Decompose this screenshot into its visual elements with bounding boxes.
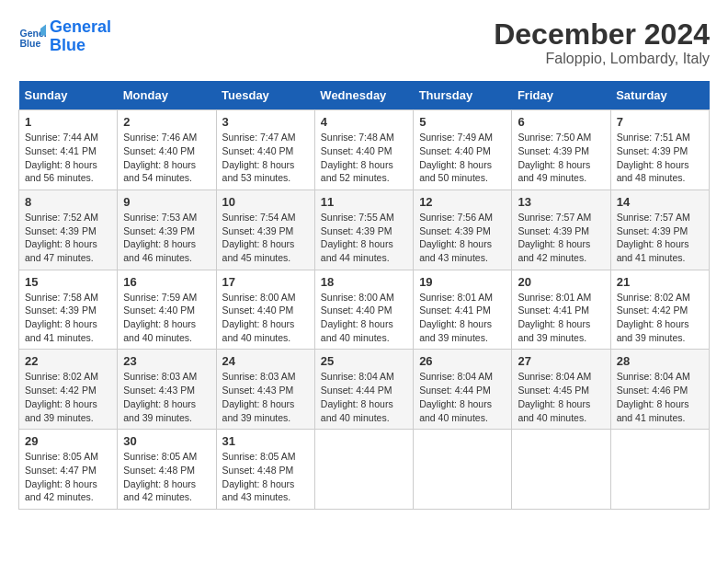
day-number: 6 xyxy=(518,115,604,129)
day-number: 12 xyxy=(419,195,506,209)
day-info: Sunrise: 7:54 AM Sunset: 4:39 PM Dayligh… xyxy=(222,211,309,265)
day-number: 14 xyxy=(617,195,703,209)
calendar-cell: 5 Sunrise: 7:49 AM Sunset: 4:40 PM Dayli… xyxy=(414,110,512,190)
calendar-week-row: 29 Sunrise: 8:05 AM Sunset: 4:47 PM Dayl… xyxy=(19,430,710,510)
day-info: Sunrise: 8:02 AM Sunset: 4:42 PM Dayligh… xyxy=(25,370,111,424)
day-number: 28 xyxy=(617,354,703,368)
day-number: 31 xyxy=(222,434,309,448)
weekday-header-sunday: Sunday xyxy=(19,81,118,110)
day-number: 19 xyxy=(419,275,506,289)
calendar-cell: 20 Sunrise: 8:01 AM Sunset: 4:41 PM Dayl… xyxy=(512,270,610,350)
day-info: Sunrise: 7:49 AM Sunset: 4:40 PM Dayligh… xyxy=(419,131,506,185)
calendar-cell: 8 Sunrise: 7:52 AM Sunset: 4:39 PM Dayli… xyxy=(19,190,118,270)
calendar-week-row: 1 Sunrise: 7:44 AM Sunset: 4:41 PM Dayli… xyxy=(19,110,710,190)
title-area: December 2024 Faloppio, Lombardy, Italy xyxy=(494,18,710,67)
calendar-cell xyxy=(314,430,413,510)
calendar-cell: 2 Sunrise: 7:46 AM Sunset: 4:40 PM Dayli… xyxy=(118,110,216,190)
calendar-cell: 25 Sunrise: 8:04 AM Sunset: 4:44 PM Dayl… xyxy=(314,350,413,430)
day-info: Sunrise: 8:04 AM Sunset: 4:45 PM Dayligh… xyxy=(518,370,604,424)
day-info: Sunrise: 8:02 AM Sunset: 4:42 PM Dayligh… xyxy=(617,291,703,345)
calendar-cell xyxy=(414,430,512,510)
day-info: Sunrise: 8:04 AM Sunset: 4:46 PM Dayligh… xyxy=(617,370,703,424)
calendar-cell: 23 Sunrise: 8:03 AM Sunset: 4:43 PM Dayl… xyxy=(118,350,216,430)
day-info: Sunrise: 7:57 AM Sunset: 4:39 PM Dayligh… xyxy=(617,211,703,265)
logo: General Blue GeneralBlue xyxy=(18,18,111,55)
calendar-cell xyxy=(610,430,709,510)
calendar-cell: 15 Sunrise: 7:58 AM Sunset: 4:39 PM Dayl… xyxy=(19,270,118,350)
day-number: 1 xyxy=(25,115,111,129)
calendar-cell: 3 Sunrise: 7:47 AM Sunset: 4:40 PM Dayli… xyxy=(216,110,314,190)
day-info: Sunrise: 8:05 AM Sunset: 4:48 PM Dayligh… xyxy=(222,450,309,504)
calendar-cell: 16 Sunrise: 7:59 AM Sunset: 4:40 PM Dayl… xyxy=(118,270,216,350)
calendar-cell xyxy=(512,430,610,510)
logo-text: GeneralBlue xyxy=(50,18,111,55)
day-number: 29 xyxy=(25,434,111,448)
day-number: 5 xyxy=(419,115,506,129)
calendar-cell: 18 Sunrise: 8:00 AM Sunset: 4:40 PM Dayl… xyxy=(314,270,413,350)
calendar-week-row: 22 Sunrise: 8:02 AM Sunset: 4:42 PM Dayl… xyxy=(19,350,710,430)
day-number: 30 xyxy=(123,434,210,448)
day-number: 10 xyxy=(222,195,309,209)
calendar-cell: 14 Sunrise: 7:57 AM Sunset: 4:39 PM Dayl… xyxy=(610,190,709,270)
day-number: 13 xyxy=(518,195,604,209)
day-number: 15 xyxy=(25,275,111,289)
calendar-cell: 31 Sunrise: 8:05 AM Sunset: 4:48 PM Dayl… xyxy=(216,430,314,510)
day-info: Sunrise: 7:44 AM Sunset: 4:41 PM Dayligh… xyxy=(25,131,111,185)
day-info: Sunrise: 7:48 AM Sunset: 4:40 PM Dayligh… xyxy=(321,131,407,185)
day-number: 18 xyxy=(321,275,407,289)
day-info: Sunrise: 7:56 AM Sunset: 4:39 PM Dayligh… xyxy=(419,211,506,265)
month-title: December 2024 xyxy=(494,18,710,51)
calendar-cell: 24 Sunrise: 8:03 AM Sunset: 4:43 PM Dayl… xyxy=(216,350,314,430)
day-info: Sunrise: 7:53 AM Sunset: 4:39 PM Dayligh… xyxy=(123,211,210,265)
day-info: Sunrise: 8:04 AM Sunset: 4:44 PM Dayligh… xyxy=(321,370,407,424)
day-number: 9 xyxy=(123,195,210,209)
location: Faloppio, Lombardy, Italy xyxy=(494,51,710,67)
svg-text:Blue: Blue xyxy=(20,37,41,48)
calendar-week-row: 15 Sunrise: 7:58 AM Sunset: 4:39 PM Dayl… xyxy=(19,270,710,350)
day-number: 3 xyxy=(222,115,309,129)
calendar-cell: 22 Sunrise: 8:02 AM Sunset: 4:42 PM Dayl… xyxy=(19,350,118,430)
day-info: Sunrise: 7:50 AM Sunset: 4:39 PM Dayligh… xyxy=(518,131,604,185)
calendar-cell: 7 Sunrise: 7:51 AM Sunset: 4:39 PM Dayli… xyxy=(610,110,709,190)
day-number: 25 xyxy=(321,354,407,368)
calendar-cell: 10 Sunrise: 7:54 AM Sunset: 4:39 PM Dayl… xyxy=(216,190,314,270)
day-info: Sunrise: 8:00 AM Sunset: 4:40 PM Dayligh… xyxy=(222,291,309,345)
calendar-cell: 29 Sunrise: 8:05 AM Sunset: 4:47 PM Dayl… xyxy=(19,430,118,510)
calendar-cell: 28 Sunrise: 8:04 AM Sunset: 4:46 PM Dayl… xyxy=(610,350,709,430)
day-number: 11 xyxy=(321,195,407,209)
day-number: 20 xyxy=(518,275,604,289)
day-number: 21 xyxy=(617,275,703,289)
day-info: Sunrise: 7:47 AM Sunset: 4:40 PM Dayligh… xyxy=(222,131,309,185)
page-header: General Blue GeneralBlue December 2024 F… xyxy=(18,18,710,67)
weekday-header-saturday: Saturday xyxy=(610,81,709,110)
calendar-cell: 27 Sunrise: 8:04 AM Sunset: 4:45 PM Dayl… xyxy=(512,350,610,430)
day-info: Sunrise: 8:03 AM Sunset: 4:43 PM Dayligh… xyxy=(222,370,309,424)
calendar-cell: 11 Sunrise: 7:55 AM Sunset: 4:39 PM Dayl… xyxy=(314,190,413,270)
calendar-cell: 12 Sunrise: 7:56 AM Sunset: 4:39 PM Dayl… xyxy=(414,190,512,270)
calendar-cell: 4 Sunrise: 7:48 AM Sunset: 4:40 PM Dayli… xyxy=(314,110,413,190)
day-info: Sunrise: 7:57 AM Sunset: 4:39 PM Dayligh… xyxy=(518,211,604,265)
weekday-header-friday: Friday xyxy=(512,81,610,110)
calendar-header-row: SundayMondayTuesdayWednesdayThursdayFrid… xyxy=(19,81,710,110)
day-info: Sunrise: 7:59 AM Sunset: 4:40 PM Dayligh… xyxy=(123,291,210,345)
day-number: 4 xyxy=(321,115,407,129)
calendar-cell: 13 Sunrise: 7:57 AM Sunset: 4:39 PM Dayl… xyxy=(512,190,610,270)
day-info: Sunrise: 8:01 AM Sunset: 4:41 PM Dayligh… xyxy=(419,291,506,345)
day-number: 26 xyxy=(419,354,506,368)
calendar-cell: 30 Sunrise: 8:05 AM Sunset: 4:48 PM Dayl… xyxy=(118,430,216,510)
calendar-cell: 26 Sunrise: 8:04 AM Sunset: 4:44 PM Dayl… xyxy=(414,350,512,430)
day-info: Sunrise: 7:55 AM Sunset: 4:39 PM Dayligh… xyxy=(321,211,407,265)
day-info: Sunrise: 7:51 AM Sunset: 4:39 PM Dayligh… xyxy=(617,131,703,185)
day-info: Sunrise: 8:01 AM Sunset: 4:41 PM Dayligh… xyxy=(518,291,604,345)
calendar-cell: 9 Sunrise: 7:53 AM Sunset: 4:39 PM Dayli… xyxy=(118,190,216,270)
day-number: 8 xyxy=(25,195,111,209)
weekday-header-monday: Monday xyxy=(118,81,216,110)
day-number: 16 xyxy=(123,275,210,289)
logo-icon: General Blue xyxy=(18,23,46,51)
day-info: Sunrise: 7:46 AM Sunset: 4:40 PM Dayligh… xyxy=(123,131,210,185)
day-info: Sunrise: 7:52 AM Sunset: 4:39 PM Dayligh… xyxy=(25,211,111,265)
calendar-cell: 17 Sunrise: 8:00 AM Sunset: 4:40 PM Dayl… xyxy=(216,270,314,350)
day-number: 22 xyxy=(25,354,111,368)
calendar-cell: 6 Sunrise: 7:50 AM Sunset: 4:39 PM Dayli… xyxy=(512,110,610,190)
day-info: Sunrise: 8:05 AM Sunset: 4:48 PM Dayligh… xyxy=(123,450,210,504)
